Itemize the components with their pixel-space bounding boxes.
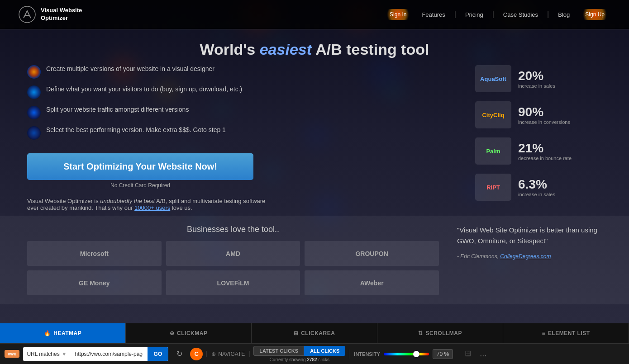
tab-scrollmap[interactable]: ⇅ SCROLLMAP [377,323,503,343]
flame-icon: 🔥 [44,330,51,336]
svg-point-0 [19,6,35,23]
latest-clicks-button[interactable]: LATEST CLICKS [253,346,304,356]
quote-text: "Visual Web Site Optimizer is better tha… [457,225,602,246]
left-column: Create multiple versions of your website… [27,65,457,211]
content-area: Create multiple versions of your website… [0,65,629,216]
brand-ript: RIPT [475,174,511,201]
site-logo: Visual Website Optimizer [18,5,82,24]
go-button[interactable]: GO [148,347,169,361]
navigate-icon: ⊕ [211,351,216,357]
refresh-button[interactable]: ↻ [172,347,186,361]
businesses-section: Businesses love the tool.. Microsoft AMD… [0,216,629,304]
nav-signin[interactable]: Sign In [383,9,413,20]
feature-icon-3 [27,106,41,119]
nav-blog[interactable]: Blog [558,11,570,18]
right-column: AquaSoft 20% increase in sales CityCliq … [475,65,602,211]
feature-icon-1 [27,65,41,79]
site-nav: Visual Website Optimizer Sign In Feature… [0,0,629,29]
cta-button[interactable]: Start Optimizing Your Website Now! [27,153,253,180]
url-matches-dropdown[interactable]: URL matches ▼ [23,347,70,361]
nav-features[interactable]: Features [422,11,445,18]
stat-info-4: 6.3% increase in sales [518,177,555,197]
navigate-button[interactable]: ⊕ NAVIGATE [206,351,250,357]
stat-info-2: 90% increase in conversions [518,105,570,125]
status-bar: vwo URL matches ▼ GO ↻ C ⊕ NAVIGATE LATE… [0,344,629,364]
stat-row-2: CityCliq 90% increase in conversions [475,101,602,128]
cursor-icon: ⊕ [170,330,175,336]
url-input-group: URL matches ▼ GO [23,347,168,361]
main-testimonial: Visual Website Optimizer is undoubtedly … [27,198,276,211]
main-content: Visual Website Optimizer Sign In Feature… [0,0,629,323]
feature-item-4: Select the best performing version. Make… [27,126,457,140]
brand-citycliq: CityCliq [475,101,511,128]
more-options-button[interactable]: ... [477,349,489,359]
quote-block: "Visual Web Site Optimizer is better tha… [457,225,602,295]
url-input-field[interactable] [71,347,148,361]
feature-item-2: Define what you want your visitors to do… [27,85,457,99]
nav-links: Sign In Features | Pricing | Case Studie… [383,9,611,20]
bottom-toolbar: 🔥 HEATMAP ⊕ CLICKMAP ⊞ CLICKAREA ⇅ SCROL… [0,323,629,364]
headline-em: easiest [260,41,312,58]
feature-item-1: Create multiple versions of your website… [27,65,457,79]
stat-info-1: 20% increase in sales [518,69,555,89]
intensity-section: INTENSITY 70 % [349,349,457,359]
brand-lovefilm: LOVEFiLM [166,270,300,295]
brand-gemoney: GE Money [27,270,162,295]
list-icon: ≡ [542,330,545,336]
clicks-toggle: LATEST CLICKS ALL CLICKS Currently showi… [253,346,345,362]
logo-icon [18,5,36,24]
nav-casestudies[interactable]: Case Studies [503,11,538,18]
feature-item-3: Split your website traffic amongst diffe… [27,106,457,119]
area-icon: ⊞ [294,330,299,336]
tab-heatmap[interactable]: 🔥 HEATMAP [0,323,126,343]
clicks-buttons: LATEST CLICKS ALL CLICKS [253,346,345,356]
nav-pricing[interactable]: Pricing [465,11,483,18]
businesses-left: Businesses love the tool.. Microsoft AMD… [27,225,439,295]
brand-aquasoft: AquaSoft [475,65,511,92]
stat-info-3: 21% decrease in bounce rate [518,141,572,161]
businesses-title: Businesses love the tool.. [27,225,439,234]
intensity-label: INTENSITY [354,351,380,357]
brand-amd: AMD [166,241,300,266]
feature-list: Create multiple versions of your website… [27,65,457,140]
tab-clickmap[interactable]: ⊕ CLICKMAP [126,323,252,343]
logo-text: Visual Website Optimizer [41,7,82,22]
nav-sep1: | [454,10,456,19]
all-clicks-button[interactable]: ALL CLICKS [304,346,345,356]
nav-signup-btn[interactable]: Sign Up [579,9,611,20]
brand-palm: Palm [475,137,511,165]
tab-clickarea[interactable]: ⊞ CLICKAREA [252,323,377,343]
headline-section: World's easiest A/B testing tool [0,29,629,65]
stat-row-4: RIPT 6.3% increase in sales [475,174,602,201]
feature-icon-2 [27,85,41,99]
dropdown-arrow-icon: ▼ [62,351,67,357]
tab-bar: 🔥 HEATMAP ⊕ CLICKMAP ⊞ CLICKAREA ⇅ SCROL… [0,323,629,344]
tab-elementlist[interactable]: ≡ ELEMENT LIST [503,323,629,343]
main-headline: World's easiest A/B testing tool [0,41,629,58]
vwo-logo: vwo [5,350,19,358]
brand-logos-grid: Microsoft AMD GROUPON GE Money LOVEFiLM … [27,241,439,295]
users-link[interactable]: 10000+ users [134,204,170,211]
quote-author: - Eric Clemmons, CollegeDegrees.com [457,253,551,260]
nav-sep3: | [547,10,549,19]
slider-thumb[interactable] [413,351,419,357]
brand-microsoft: Microsoft [27,241,162,266]
brand-aweber: AWeber [305,270,439,295]
desktop-icon[interactable]: 🖥 [461,349,474,359]
intensity-slider[interactable] [384,353,429,355]
stat-row-1: AquaSoft 20% increase in sales [475,65,602,92]
nav-sep2: | [492,10,494,19]
showing-text: Currently showing 2782 clicks [270,357,329,362]
cta-sub-text: No Credit Card Required [27,182,253,189]
scroll-icon: ⇅ [418,330,423,336]
feature-icon-4 [27,126,41,140]
stat-row-3: Palm 21% decrease in bounce rate [475,137,602,165]
quote-link[interactable]: CollegeDegrees.com [500,253,551,260]
c-badge: C [190,348,203,360]
brand-groupon: GROUPON [305,241,439,266]
intensity-value: 70 % [433,349,453,359]
